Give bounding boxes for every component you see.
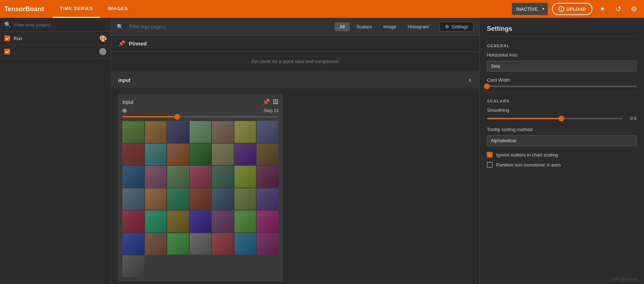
card-width-slider-row <box>487 86 637 87</box>
sidebar-search-row: 🔍 <box>4 21 106 28</box>
image-cell <box>167 166 189 188</box>
input-group-header[interactable]: input ∧ <box>111 72 479 88</box>
image-cell <box>257 211 279 232</box>
main-layout: 🔍 Run 🎨 . 🔍 <box>0 18 644 284</box>
card-slider-track[interactable] <box>122 116 279 117</box>
image-cell <box>212 233 234 255</box>
tooltip-sorting-label: Tooltip sorting method <box>487 127 637 132</box>
image-cell <box>122 121 144 143</box>
filter-tab-image[interactable]: Image <box>378 22 401 31</box>
sidebar-search-icon: 🔍 <box>4 21 11 28</box>
pinned-title-text: Pinned <box>129 40 147 47</box>
sidebar-search-input[interactable] <box>14 22 106 28</box>
pinned-section-header: 📌 Pinned <box>111 36 479 52</box>
settings-title: Settings <box>487 25 637 37</box>
ignore-outliers-label: Ignore outliers in chart scaling <box>496 152 558 158</box>
partition-nonmonotonic-checkbox[interactable] <box>487 162 493 168</box>
filter-tab-histogram[interactable]: Histogram <box>403 22 434 31</box>
partition-nonmonotonic-label: Partition non-monotonic X axes <box>496 162 561 168</box>
group-chevron-icon: ∧ <box>468 77 472 83</box>
settings-gear-icon: ⚙ <box>445 24 449 29</box>
image-cell <box>190 166 212 188</box>
refresh-button[interactable]: ↺ <box>612 3 624 15</box>
topbar: TensorBoard TIME SERIES IMAGES INACTIVE … <box>0 0 644 18</box>
image-cell <box>212 188 234 210</box>
image-cell <box>167 144 189 165</box>
horizontal-axis-select[interactable]: Step Relative Wall <box>487 61 637 72</box>
card-slider-fill <box>122 116 177 117</box>
filter-search-icon: 🔍 <box>117 24 124 30</box>
filter-tab-scalars[interactable]: Scalars <box>351 22 377 31</box>
ignore-outliers-checkbox[interactable]: ✓ <box>487 152 493 158</box>
pinned-empty-message: Pin cards for a quick view and compariso… <box>111 52 479 72</box>
image-cell <box>145 121 167 143</box>
card-slider-thumb[interactable] <box>174 114 180 120</box>
image-cell <box>122 188 144 210</box>
run-item-run: Run 🎨 <box>0 32 111 45</box>
app-logo: TensorBoard <box>4 5 44 13</box>
card-image-button[interactable]: 🖼 <box>273 99 279 105</box>
card-width-slider-thumb[interactable] <box>484 83 490 89</box>
card-width-slider-track[interactable] <box>487 86 637 87</box>
input-group-title: input <box>118 77 130 83</box>
run-color-palette[interactable]: 🎨 <box>99 35 106 42</box>
filter-tab-all[interactable]: All <box>335 22 350 31</box>
image-cell <box>257 188 279 210</box>
card-width-label: Card Width <box>487 77 637 83</box>
image-cell <box>167 188 189 210</box>
input-card-header: input 📌 🖼 <box>122 98 279 105</box>
tooltip-sorting-select[interactable]: Alphabetical Ascending Descending None <box>487 135 637 146</box>
cards-area: 📌 Pinned Pin cards for a quick view and … <box>111 36 479 284</box>
smoothing-slider-track[interactable] <box>487 118 623 119</box>
upload-label: UPLOAD <box>566 6 586 12</box>
run-checkbox-run[interactable] <box>4 35 10 41</box>
status-dropdown[interactable]: INACTIVE ACTIVE <box>512 3 548 15</box>
input-card-title: input <box>122 99 133 105</box>
settings-gear-button[interactable]: ⚙ <box>628 3 640 15</box>
image-cell <box>190 144 212 165</box>
image-cell <box>212 144 234 165</box>
image-cell <box>167 121 189 143</box>
smoothing-slider-thumb[interactable] <box>558 116 564 121</box>
horizontal-axis-label: Horizontal Axis <box>487 52 637 58</box>
image-cell <box>190 233 212 255</box>
settings-scalars-label: SCALARS <box>487 99 637 103</box>
pinned-section-title: 📌 Pinned <box>118 40 147 47</box>
settings-panel-button[interactable]: ⚙ Settings <box>440 22 474 32</box>
theme-toggle-button[interactable]: ☀ <box>597 3 608 15</box>
image-cell <box>145 211 167 232</box>
step-dot <box>122 109 127 113</box>
pin-icon: 📌 <box>118 40 125 47</box>
nav-images[interactable]: IMAGES <box>100 0 135 18</box>
input-group-content: input 📌 🖼 . Step 23 <box>111 88 479 284</box>
run-color-dot[interactable] <box>99 48 106 55</box>
upload-button[interactable]: i UPLOAD <box>552 3 592 15</box>
smoothing-slider-row: 0.6 <box>487 116 637 121</box>
ignore-outliers-row[interactable]: ✓ Ignore outliers in chart scaling <box>487 152 637 158</box>
sidebar-runs-list: Run 🎨 . <box>0 32 111 284</box>
step-label: Step 23 <box>264 108 279 113</box>
image-cell <box>145 166 167 188</box>
image-cell <box>234 233 256 255</box>
image-cell <box>257 166 279 188</box>
image-cell <box>212 166 234 188</box>
partition-nonmonotonic-row[interactable]: Partition non-monotonic X axes <box>487 162 637 168</box>
image-cell <box>234 121 256 143</box>
run-label-run: Run <box>14 36 96 41</box>
run-checkbox-dot[interactable] <box>4 49 10 54</box>
filter-tags-input[interactable] <box>129 24 329 29</box>
watermark: CSDN @JayGboy <box>606 276 641 283</box>
nav-time-series[interactable]: TIME SERIES <box>53 0 100 18</box>
image-cell <box>190 211 212 232</box>
upload-info-icon: i <box>558 6 564 12</box>
image-cell <box>190 121 212 143</box>
image-cell <box>257 121 279 143</box>
filter-bar: 🔍 All Scalars Image Histogram ⚙ Settings <box>111 18 479 36</box>
input-card: input 📌 🖼 . Step 23 <box>118 94 283 281</box>
sidebar-search-area: 🔍 <box>0 18 111 32</box>
image-cell <box>167 233 189 255</box>
card-pin-button[interactable]: 📌 <box>263 98 270 105</box>
image-cell <box>122 211 144 232</box>
input-group-section: input ∧ input 📌 🖼 <box>111 72 479 284</box>
image-cell <box>145 144 167 165</box>
